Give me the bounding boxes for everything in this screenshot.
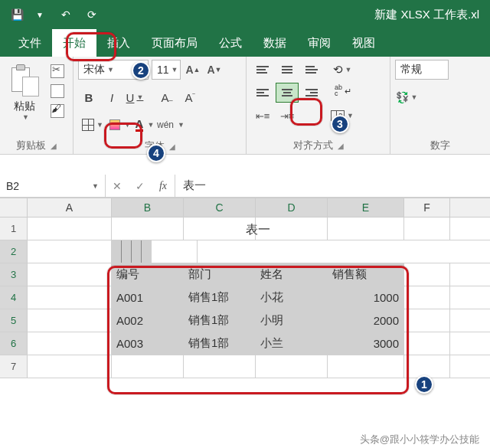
col-header-E[interactable]: E	[328, 198, 404, 217]
border-grid-icon	[82, 119, 94, 131]
col-header-B[interactable]: B	[112, 198, 184, 217]
row-header-2[interactable]: 2	[0, 240, 28, 263]
row-header-6[interactable]: 6	[0, 332, 28, 355]
italic-button[interactable]: I	[101, 87, 122, 107]
cell-E2[interactable]	[142, 240, 152, 263]
bottom-border-icon[interactable]: A‾	[179, 87, 201, 107]
window-title: 新建 XLSX 工作表.xl	[107, 8, 484, 22]
ribbon-tabs: 文件 开始 插入 页面布局 公式 数据 审阅 视图	[0, 29, 490, 57]
font-color-icon: A	[136, 119, 144, 132]
clipboard-group-label: 剪贴板	[16, 139, 46, 152]
cell-E4[interactable]: 1000	[328, 286, 404, 309]
cell-B5[interactable]: A002	[112, 309, 184, 332]
cell-C4[interactable]: 销售1部	[184, 286, 256, 309]
font-color-button[interactable]: A▼	[133, 115, 156, 135]
save-icon[interactable]: 💾	[6, 5, 28, 25]
name-box[interactable]: B2▼	[0, 175, 106, 197]
tab-insert[interactable]: 插入	[96, 29, 141, 57]
align-middle-button[interactable]	[276, 60, 299, 80]
top-border-icon[interactable]: A_	[156, 87, 178, 107]
cell-D2[interactable]	[132, 240, 142, 263]
tab-review[interactable]: 审阅	[297, 29, 341, 57]
cell-D3[interactable]: 姓名	[256, 263, 328, 286]
increase-indent-button[interactable]: ⇥≡	[276, 106, 299, 126]
undo-icon[interactable]: ↶	[55, 5, 77, 25]
select-all-corner[interactable]	[0, 198, 28, 217]
row-header-4[interactable]: 4	[0, 286, 28, 309]
ribbon: 粘贴 ▼ 剪贴板 ◢ 宋体▼ 11▼ A▲ A	[0, 57, 490, 155]
cell-D6[interactable]: 小兰	[256, 332, 328, 355]
tab-layout[interactable]: 页面布局	[141, 29, 208, 57]
row-header-7[interactable]: 7	[0, 355, 28, 378]
merge-icon: a	[331, 110, 345, 121]
align-left-button[interactable]	[251, 83, 274, 103]
cell-B4[interactable]: A001	[112, 286, 184, 309]
cell-C6[interactable]: 销售1部	[184, 332, 256, 355]
cell-E5[interactable]: 2000	[328, 309, 404, 332]
align-center-button[interactable]	[276, 83, 299, 103]
tab-view[interactable]: 视图	[341, 29, 386, 57]
align-top-button[interactable]	[251, 60, 274, 80]
row-header-5[interactable]: 5	[0, 309, 28, 332]
cell-E3[interactable]: 销售额	[328, 263, 404, 286]
cell-C3[interactable]: 部门	[184, 263, 256, 286]
cell-B2[interactable]	[112, 240, 122, 263]
merge-center-button[interactable]: a▼	[331, 106, 354, 126]
align-bottom-button[interactable]	[300, 60, 323, 80]
cell-B6[interactable]: A003	[112, 332, 184, 355]
align-launcher-icon[interactable]: ◢	[338, 142, 344, 150]
formula-bar[interactable]: 表一	[175, 175, 490, 197]
cell-B3[interactable]: 编号	[112, 263, 184, 286]
col-header-D[interactable]: D	[256, 198, 328, 217]
font-group-label: 字体	[145, 139, 165, 153]
decrease-font-icon[interactable]: A▼	[205, 60, 224, 80]
orientation-button[interactable]: ⟲▼	[331, 60, 354, 80]
format-painter-icon[interactable]	[51, 104, 64, 118]
watermark: 头条@跟小小筱学办公技能	[360, 433, 479, 446]
decrease-indent-button[interactable]: ⇤≡	[251, 106, 274, 126]
currency-button[interactable]: 💱▼	[395, 87, 418, 107]
cell-E6[interactable]: 3000	[328, 332, 404, 355]
font-size-combo[interactable]: 11▼	[152, 60, 181, 80]
tab-home[interactable]: 开始	[52, 29, 96, 57]
font-name-combo[interactable]: 宋体▼	[78, 60, 149, 80]
row-header-1[interactable]: 1	[0, 217, 28, 240]
increase-font-icon[interactable]: A▲	[184, 60, 202, 80]
wrap-text-button[interactable]: ab c ↵	[331, 83, 354, 103]
col-header-C[interactable]: C	[184, 198, 256, 217]
tab-file[interactable]: 文件	[8, 29, 52, 57]
row-header-3[interactable]: 3	[0, 263, 28, 286]
number-format-combo[interactable]: 常规	[395, 60, 449, 80]
cut-icon[interactable]	[51, 64, 64, 78]
wrap-icon: ab c ↵	[335, 86, 350, 100]
paste-label: 粘贴	[14, 100, 35, 113]
redo-icon[interactable]: ⟳	[81, 5, 103, 25]
col-header-A[interactable]: A	[28, 198, 112, 217]
cell-C2[interactable]	[122, 240, 132, 263]
cell-C5[interactable]: 销售1部	[184, 309, 256, 332]
clipboard-launcher-icon[interactable]: ◢	[51, 142, 57, 150]
qat-dropdown-icon[interactable]: ▼	[29, 5, 51, 25]
clipboard-icon	[10, 63, 39, 96]
number-group-label: 数字	[430, 139, 450, 152]
col-header-F[interactable]: F	[404, 198, 450, 217]
align-right-button[interactable]	[300, 83, 323, 103]
tab-formula[interactable]: 公式	[208, 29, 253, 57]
fill-color-button[interactable]: ▼	[109, 115, 132, 135]
fill-icon	[109, 119, 120, 130]
cancel-icon[interactable]: ✕	[106, 180, 129, 192]
font-launcher-icon[interactable]: ◢	[169, 142, 175, 151]
paste-button[interactable]: 粘贴 ▼	[5, 60, 44, 139]
underline-button[interactable]: U▼	[124, 87, 145, 107]
enter-icon[interactable]: ✓	[129, 180, 152, 192]
cell-D4[interactable]: 小花	[256, 286, 328, 309]
align-group-label: 对齐方式	[293, 139, 333, 152]
borders-button[interactable]: ▼	[78, 115, 107, 135]
spreadsheet-grid[interactable]: A B C D E F 1 2 3 编号 部门 姓名 销售额 4 A001 销售…	[0, 198, 490, 378]
cell-D5[interactable]: 小明	[256, 309, 328, 332]
fx-icon[interactable]: fx	[152, 180, 175, 192]
bold-button[interactable]: B	[78, 87, 100, 107]
copy-icon[interactable]	[51, 84, 64, 98]
tab-data[interactable]: 数据	[253, 29, 297, 57]
phonetic-button[interactable]: wén▼	[158, 115, 184, 135]
